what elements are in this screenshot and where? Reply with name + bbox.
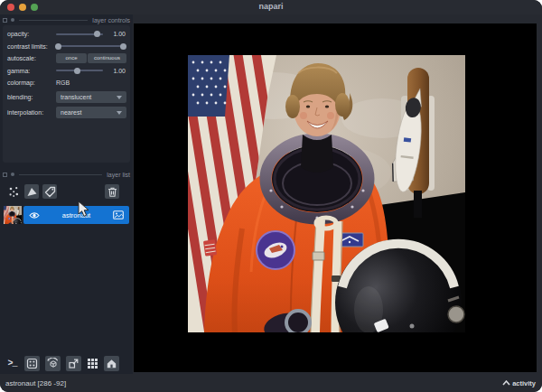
interpolation-dropdown[interactable]: nearest: [56, 107, 126, 118]
opacity-slider[interactable]: [56, 31, 103, 38]
gamma-label: gamma:: [7, 68, 56, 74]
autoscale-row: autoscale: once continuous: [7, 52, 126, 65]
status-bar: astronaut [286 -92] activity: [0, 374, 542, 392]
colormap-row: colormap: RGB: [7, 77, 126, 89]
contrast-limits-slider[interactable]: [56, 42, 126, 50]
blending-dropdown[interactable]: translucent: [56, 91, 126, 103]
caret-up-icon: [502, 380, 510, 386]
layer-controls-title: layer controls: [92, 17, 130, 23]
gamma-slider-handle[interactable]: [74, 68, 80, 74]
interpolation-label: interpolation:: [7, 109, 56, 116]
trash-icon: [107, 186, 118, 198]
float-panel-icon[interactable]: [3, 173, 7, 177]
autoscale-continuous-button[interactable]: continuous: [88, 53, 126, 63]
new-shapes-layer-button[interactable]: [24, 184, 39, 199]
roll-dimensions-button[interactable]: [45, 356, 61, 371]
contrast-limits-label: contrast limits:: [7, 43, 56, 50]
blending-label: blending:: [7, 94, 56, 100]
dice-cube-icon: [26, 358, 38, 369]
home-reset-view-button[interactable]: [104, 356, 119, 371]
hide-panel-icon[interactable]: [11, 173, 14, 176]
float-panel-icon[interactable]: [3, 18, 7, 23]
layer-controls-panel: opacity: 1.00 contrast limits:: [3, 25, 130, 163]
layer-list-header: layer list: [3, 170, 130, 179]
autoscale-once-button[interactable]: once: [56, 53, 87, 63]
grid-view-button[interactable]: [85, 356, 100, 371]
blending-value: translucent: [61, 94, 91, 100]
chevron-down-icon: [117, 96, 122, 99]
layer-thumbnail: [4, 206, 22, 224]
viewer-toolbar: >_: [0, 356, 133, 372]
title-bar: napari: [0, 0, 542, 14]
viewer-canvas[interactable]: [134, 23, 537, 372]
blending-row: blending: translucent: [7, 89, 126, 105]
contrast-low-handle[interactable]: [55, 43, 61, 50]
gamma-row: gamma: 1.00: [7, 65, 126, 78]
contrast-high-handle[interactable]: [120, 43, 126, 50]
toggle-ndisplay-button[interactable]: [24, 356, 40, 371]
opacity-value: 1.00: [103, 31, 126, 37]
astronaut-image: [188, 55, 465, 332]
interpolation-row: interpolation: nearest: [7, 105, 126, 120]
window-title: napari: [0, 2, 542, 11]
layer-list-title: layer list: [107, 172, 130, 178]
interpolation-value: nearest: [61, 109, 81, 116]
home-icon: [106, 358, 117, 369]
hide-panel-icon[interactable]: [11, 18, 14, 22]
contrast-limits-row: contrast limits:: [7, 41, 126, 53]
grid-icon: [87, 358, 98, 369]
autoscale-label: autoscale:: [7, 55, 56, 61]
gamma-value: 1.00: [103, 68, 126, 74]
status-coordinates: astronaut [286 -92]: [5, 379, 66, 387]
colormap-value: RGB: [56, 79, 70, 86]
shapes-icon: [26, 186, 38, 198]
opacity-slider-handle[interactable]: [94, 31, 100, 37]
tag-icon: [44, 186, 56, 198]
napari-window: napari layer controls opacity: 1.00: [0, 0, 542, 392]
gamma-slider[interactable]: [56, 67, 103, 74]
transpose-dimensions-button[interactable]: [66, 356, 81, 371]
layer-row-astronaut[interactable]: astronaut: [23, 206, 129, 224]
left-dock-area: layer controls opacity: 1.00 contrast li…: [0, 14, 133, 374]
colormap-label: colormap:: [7, 79, 56, 86]
chevron-down-icon: [117, 111, 122, 115]
console-icon: >_: [7, 359, 16, 369]
new-labels-layer-button[interactable]: [42, 184, 57, 199]
layer-name: astronaut: [23, 211, 129, 219]
console-button[interactable]: >_: [5, 356, 20, 371]
roll-cube-icon: [47, 358, 59, 369]
layer-list-items: astronaut: [4, 206, 129, 224]
opacity-label: opacity:: [7, 31, 56, 37]
points-icon: [8, 186, 20, 198]
opacity-row: opacity: 1.00: [7, 28, 126, 41]
delete-layer-button[interactable]: [105, 184, 119, 199]
layer-controls-header: layer controls: [3, 15, 130, 24]
transpose-icon: [68, 358, 79, 369]
activity-button[interactable]: activity: [502, 379, 536, 387]
new-points-layer-button[interactable]: [6, 184, 21, 199]
